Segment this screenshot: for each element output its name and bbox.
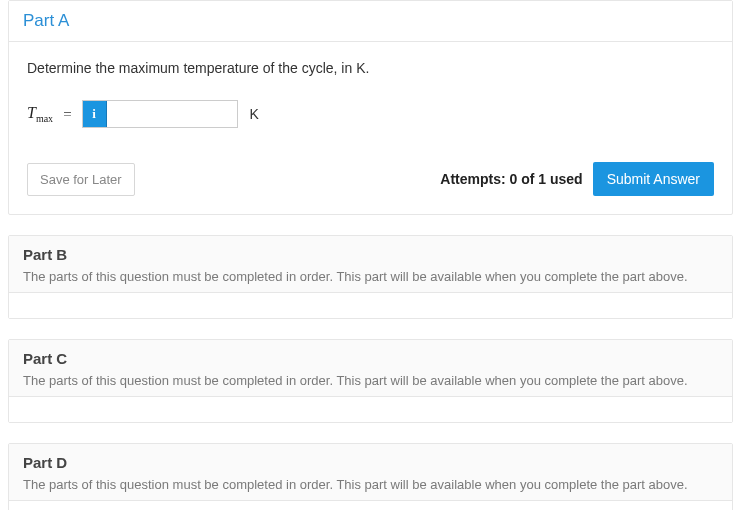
part-d-panel: Part D The parts of this question must b… [8, 443, 733, 510]
part-b-title: Part B [23, 246, 718, 263]
part-a-header[interactable]: Part A [9, 1, 732, 42]
action-row: Save for Later Attempts: 0 of 1 used Sub… [27, 162, 714, 196]
part-c-panel: Part C The parts of this question must b… [8, 339, 733, 423]
answer-row: Tmax = i K [27, 100, 714, 128]
part-c-header: Part C The parts of this question must b… [9, 340, 732, 396]
right-actions: Attempts: 0 of 1 used Submit Answer [440, 162, 714, 196]
part-a-panel: Part A Determine the maximum temperature… [8, 0, 733, 215]
submit-answer-button[interactable]: Submit Answer [593, 162, 714, 196]
part-b-body [9, 292, 732, 318]
part-c-title: Part C [23, 350, 718, 367]
variable-symbol: Tmax [27, 104, 53, 124]
part-b-panel: Part B The parts of this question must b… [8, 235, 733, 319]
answer-input-group: i [82, 100, 238, 128]
part-c-body [9, 396, 732, 422]
part-a-body: Determine the maximum temperature of the… [9, 42, 732, 214]
info-icon[interactable]: i [83, 101, 107, 127]
save-for-later-button[interactable]: Save for Later [27, 163, 135, 196]
part-b-locked-message: The parts of this question must be compl… [23, 269, 718, 284]
part-d-title: Part D [23, 454, 718, 471]
part-b-header: Part B The parts of this question must b… [9, 236, 732, 292]
attempts-text: Attempts: 0 of 1 used [440, 171, 582, 187]
equals-sign: = [61, 106, 73, 123]
part-d-body [9, 500, 732, 510]
question-text: Determine the maximum temperature of the… [27, 60, 714, 76]
part-c-locked-message: The parts of this question must be compl… [23, 373, 718, 388]
part-a-title: Part A [23, 11, 69, 30]
part-d-header: Part D The parts of this question must b… [9, 444, 732, 500]
unit-label: K [246, 106, 259, 122]
part-d-locked-message: The parts of this question must be compl… [23, 477, 718, 492]
answer-input[interactable] [107, 101, 237, 127]
